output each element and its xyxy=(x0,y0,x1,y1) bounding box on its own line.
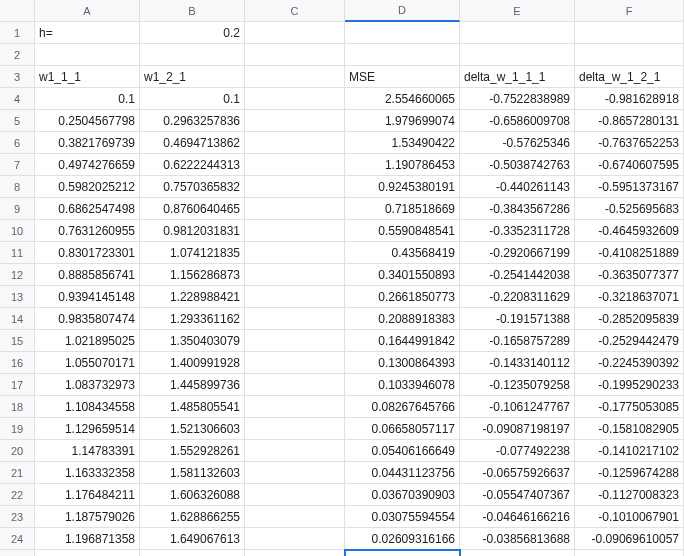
cell-A24[interactable]: 1.196871358 xyxy=(35,528,140,550)
row-header-2[interactable]: 2 xyxy=(0,44,35,66)
cell-E13[interactable]: -0.2208311629 xyxy=(460,286,575,308)
cell-B15[interactable]: 1.350403079 xyxy=(140,330,245,352)
spreadsheet-grid[interactable]: ABCDEF1h=0.223w1_1_1w1_2_1MSEdelta_w_1_1… xyxy=(0,0,684,556)
cell-D2[interactable] xyxy=(345,44,460,66)
cell-C3[interactable] xyxy=(245,66,345,88)
cell-C8[interactable] xyxy=(245,176,345,198)
cell-B6[interactable]: 0.4694713862 xyxy=(140,132,245,154)
row-header-1[interactable]: 1 xyxy=(0,22,35,44)
cell-F1[interactable] xyxy=(575,22,684,44)
cell-D7[interactable]: 1.190786453 xyxy=(345,154,460,176)
cell-A17[interactable]: 1.083732973 xyxy=(35,374,140,396)
cell-D10[interactable]: 0.5590848541 xyxy=(345,220,460,242)
cell-F13[interactable]: -0.3218637071 xyxy=(575,286,684,308)
cell-B19[interactable]: 1.521306603 xyxy=(140,418,245,440)
column-header-D[interactable]: D xyxy=(345,0,460,22)
cell-D15[interactable]: 0.1644991842 xyxy=(345,330,460,352)
cell-B17[interactable]: 1.445899736 xyxy=(140,374,245,396)
cell-C4[interactable] xyxy=(245,88,345,110)
row-header-14[interactable]: 14 xyxy=(0,308,35,330)
row-header-21[interactable]: 21 xyxy=(0,462,35,484)
cell-F22[interactable]: -0.1127008323 xyxy=(575,484,684,506)
cell-E12[interactable]: -0.2541442038 xyxy=(460,264,575,286)
cell-A25[interactable]: 1.204584985 xyxy=(35,550,140,556)
cell-E3[interactable]: delta_w_1_1_1 xyxy=(460,66,575,88)
row-header-8[interactable]: 8 xyxy=(0,176,35,198)
cell-B10[interactable]: 0.9812031831 xyxy=(140,220,245,242)
cell-B22[interactable]: 1.606326088 xyxy=(140,484,245,506)
cell-F20[interactable]: -0.1410217102 xyxy=(575,440,684,462)
cell-A22[interactable]: 1.176484211 xyxy=(35,484,140,506)
cell-C24[interactable] xyxy=(245,528,345,550)
row-header-18[interactable]: 18 xyxy=(0,396,35,418)
cell-F6[interactable]: -0.7637652253 xyxy=(575,132,684,154)
cell-E5[interactable]: -0.6586009708 xyxy=(460,110,575,132)
cell-F23[interactable]: -0.1010067901 xyxy=(575,506,684,528)
row-header-19[interactable]: 19 xyxy=(0,418,35,440)
cell-E19[interactable]: -0.09087198197 xyxy=(460,418,575,440)
cell-C9[interactable] xyxy=(245,198,345,220)
row-header-5[interactable]: 5 xyxy=(0,110,35,132)
cell-C16[interactable] xyxy=(245,352,345,374)
row-header-25[interactable]: 25 xyxy=(0,550,35,556)
cell-F25[interactable]: -0.08160236579 xyxy=(575,550,684,556)
row-header-23[interactable]: 23 xyxy=(0,506,35,528)
cell-F17[interactable]: -0.1995290233 xyxy=(575,374,684,396)
cell-C21[interactable] xyxy=(245,462,345,484)
row-header-10[interactable]: 10 xyxy=(0,220,35,242)
cell-B7[interactable]: 0.6222244313 xyxy=(140,154,245,176)
cell-A11[interactable]: 0.8301723301 xyxy=(35,242,140,264)
cell-F2[interactable] xyxy=(575,44,684,66)
column-header-A[interactable]: A xyxy=(35,0,140,22)
cell-B9[interactable]: 0.8760640465 xyxy=(140,198,245,220)
cell-A9[interactable]: 0.6862547498 xyxy=(35,198,140,220)
cell-B14[interactable]: 1.293361162 xyxy=(140,308,245,330)
cell-A14[interactable]: 0.9835807474 xyxy=(35,308,140,330)
cell-F5[interactable]: -0.8657280131 xyxy=(575,110,684,132)
row-header-12[interactable]: 12 xyxy=(0,264,35,286)
cell-C2[interactable] xyxy=(245,44,345,66)
column-header-B[interactable]: B xyxy=(140,0,245,22)
cell-D13[interactable]: 0.2661850773 xyxy=(345,286,460,308)
cell-E16[interactable]: -0.1433140112 xyxy=(460,352,575,374)
cell-B21[interactable]: 1.581132603 xyxy=(140,462,245,484)
row-header-13[interactable]: 13 xyxy=(0,286,35,308)
cell-F7[interactable]: -0.6740607595 xyxy=(575,154,684,176)
row-header-17[interactable]: 17 xyxy=(0,374,35,396)
corner-cell[interactable] xyxy=(0,0,35,22)
cell-D4[interactable]: 2.554660065 xyxy=(345,88,460,110)
cell-B24[interactable]: 1.649067613 xyxy=(140,528,245,550)
cell-F3[interactable]: delta_w_1_2_1 xyxy=(575,66,684,88)
cell-B16[interactable]: 1.400991928 xyxy=(140,352,245,374)
cell-C11[interactable] xyxy=(245,242,345,264)
cell-D1[interactable] xyxy=(345,22,460,44)
cell-E23[interactable]: -0.04646166216 xyxy=(460,506,575,528)
cell-B18[interactable]: 1.485805541 xyxy=(140,396,245,418)
cell-D14[interactable]: 0.2088918383 xyxy=(345,308,460,330)
cell-A12[interactable]: 0.8885856741 xyxy=(35,264,140,286)
cell-E4[interactable]: -0.7522838989 xyxy=(460,88,575,110)
cell-A7[interactable]: 0.4974276659 xyxy=(35,154,140,176)
cell-C1[interactable] xyxy=(245,22,345,44)
cell-C10[interactable] xyxy=(245,220,345,242)
cell-C18[interactable] xyxy=(245,396,345,418)
cell-C5[interactable] xyxy=(245,110,345,132)
cell-B1[interactable]: 0.2 xyxy=(140,22,245,44)
cell-B8[interactable]: 0.7570365832 xyxy=(140,176,245,198)
cell-B3[interactable]: w1_2_1 xyxy=(140,66,245,88)
cell-E7[interactable]: -0.5038742763 xyxy=(460,154,575,176)
cell-C23[interactable] xyxy=(245,506,345,528)
cell-A8[interactable]: 0.5982025212 xyxy=(35,176,140,198)
cell-C12[interactable] xyxy=(245,264,345,286)
cell-E9[interactable]: -0.3843567286 xyxy=(460,198,575,220)
cell-C14[interactable] xyxy=(245,308,345,330)
cell-E15[interactable]: -0.1658757289 xyxy=(460,330,575,352)
cell-E24[interactable]: -0.03856813688 xyxy=(460,528,575,550)
cell-E22[interactable]: -0.05547407367 xyxy=(460,484,575,506)
row-header-15[interactable]: 15 xyxy=(0,330,35,352)
cell-F15[interactable]: -0.2529442479 xyxy=(575,330,684,352)
cell-E11[interactable]: -0.2920667199 xyxy=(460,242,575,264)
cell-E14[interactable]: -0.191571388 xyxy=(460,308,575,330)
cell-F10[interactable]: -0.4645932609 xyxy=(575,220,684,242)
cell-E21[interactable]: -0.06575926637 xyxy=(460,462,575,484)
